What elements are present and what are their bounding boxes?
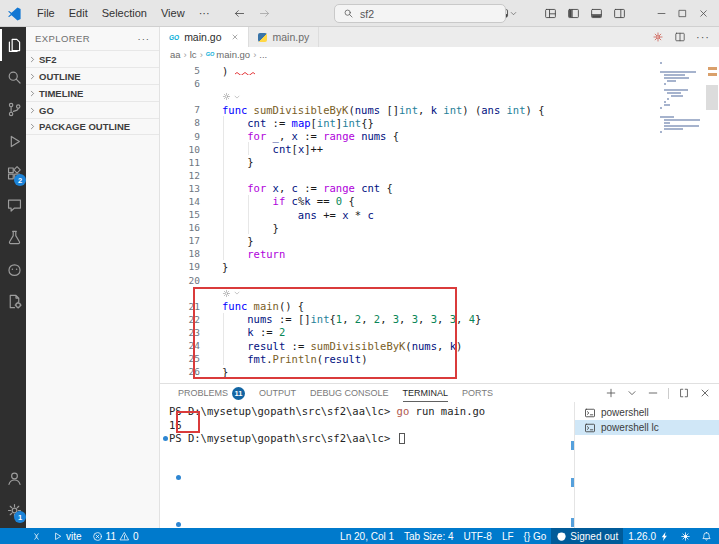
breadcrumb-separator: › [253,49,256,60]
chevron-down-icon [509,9,518,18]
customize-layout-button[interactable] [544,7,557,20]
status-task-vite[interactable]: vite [47,528,87,544]
codelens-row[interactable] [160,287,719,300]
run-code-button[interactable] [652,31,664,43]
scrollbar-thumb[interactable] [706,85,718,110]
terminal-list-item[interactable]: powershell lc [575,420,719,435]
menu-more[interactable]: ··· [192,7,217,19]
panel-tab-output[interactable]: OUTPUT [259,384,296,402]
status-language-mode[interactable]: {} Go [519,528,552,544]
code-line[interactable]: 22 nums := []int{1, 2, 2, 3, 3, 3, 3, 4} [160,313,719,326]
status-code-runner[interactable] [675,528,696,544]
status-eol[interactable]: LF [497,528,519,544]
activity-run-debug[interactable] [0,125,26,157]
menu-file[interactable]: File [30,7,62,19]
minimap[interactable] [660,62,704,134]
menu-selection[interactable]: Selection [95,7,154,19]
toggle-panel-button[interactable] [590,7,603,20]
code-editor[interactable]: 5)67func sumDivisibleByK(nums []int, k i… [160,61,719,383]
maximize-panel-button[interactable] [678,387,690,399]
terminal-list-item[interactable]: powershell [575,405,719,420]
back-button[interactable] [233,7,246,20]
code-line[interactable]: 11 } [160,156,719,169]
code-line[interactable]: 16 } [160,221,719,234]
maximize-button[interactable] [677,8,688,19]
kill-terminal-button[interactable] [647,387,659,399]
sidebar-section-timeline[interactable]: TIMELINE [26,84,159,101]
new-terminal-button[interactable] [605,387,617,399]
toggle-secondary-sidebar-button[interactable] [613,7,626,20]
code-line[interactable]: 19} [160,260,719,273]
code-line[interactable]: 15 ans += x * c [160,208,719,221]
code-line[interactable]: 13 for x, c := range cnt { [160,182,719,195]
tab-main-go[interactable]: GOmain.go [160,27,249,47]
panel-tab-debug-console[interactable]: DEBUG CONSOLE [310,384,389,402]
search-input[interactable]: sf2 [334,4,506,23]
code-line[interactable]: 7func sumDivisibleByK(nums []int, k int)… [160,103,719,116]
tab-main-py[interactable]: main.py [249,27,319,47]
code-line[interactable]: 21func main() { [160,300,719,313]
line-number: 20 [160,275,200,286]
close-button[interactable] [698,8,709,19]
code-line[interactable]: 23 k := 2 [160,326,719,339]
forward-button[interactable] [258,7,271,20]
menu-view[interactable]: View [154,7,192,19]
status-notifications[interactable] [696,528,717,544]
line-number: 7 [160,104,200,115]
code-line[interactable]: 12 [160,169,719,182]
editor-more-button[interactable]: ··· [696,31,710,43]
menu-edit[interactable]: Edit [62,7,95,19]
explorer-more-button[interactable]: ··· [138,33,151,44]
sidebar-section-package-outline[interactable]: PACKAGE OUTLINE [26,118,159,135]
sidebar-section-outline[interactable]: OUTLINE [26,67,159,84]
status-github-signin[interactable]: Signed out [551,528,623,544]
code-line[interactable]: 20 [160,274,719,287]
activity-settings[interactable]: 1 [0,494,26,526]
editor-scrollbar[interactable] [705,61,719,383]
code-line[interactable]: 17 } [160,234,719,247]
activity-explorer[interactable] [0,29,26,61]
toggle-primary-sidebar-button[interactable] [567,7,580,20]
terminal[interactable]: PS D:\mysetup\gopath\src\sf2\aa\lc> go r… [160,402,575,528]
status-problems[interactable]: 110 [87,528,144,544]
activity-extensions[interactable]: 2 [0,157,26,189]
activity-source-control[interactable] [0,93,26,125]
breadcrumb-item[interactable]: GOmain.go [206,49,250,60]
status-encoding[interactable]: UTF-8 [459,528,497,544]
panel-tab-terminal[interactable]: TERMINAL [403,384,449,402]
panel-tab-ports[interactable]: PORTS [462,384,493,402]
code-line[interactable]: 26} [160,365,719,378]
code-line[interactable]: 14 if c%k == 0 { [160,195,719,208]
codelens-row[interactable] [160,90,719,103]
terminal-dropdown-chevron[interactable] [626,387,638,399]
activity-accounts[interactable] [0,462,26,494]
code-line[interactable]: 8 cnt := map[int]int{} [160,116,719,129]
code-line[interactable]: 18 return [160,247,719,260]
breadcrumb-item[interactable]: ... [259,49,267,60]
activity-testing[interactable] [0,221,26,253]
code-line[interactable]: 9 for _, x := range nums { [160,129,719,142]
sidebar-section-sf2[interactable]: SF2 [26,50,159,67]
breadcrumb-item[interactable]: lc [190,49,197,60]
status-go-version[interactable]: 1.26.0 [623,528,675,544]
code-line[interactable]: 24 result := sumDivisibleByK(nums, k) [160,339,719,352]
status-label: {} Go [524,531,547,542]
code-line[interactable]: 25 fmt.Println(result) [160,352,719,365]
split-editor-button[interactable] [674,31,686,43]
close-tab-icon[interactable] [231,33,239,41]
activity-project-settings[interactable] [0,285,26,317]
sidebar-section-go[interactable]: GO [26,101,159,118]
terminal-scroll-mark [571,478,574,487]
status-indentation[interactable]: Tab Size: 4 [399,528,458,544]
breadcrumb-item[interactable]: aa [170,49,181,60]
activity-chat[interactable] [0,189,26,221]
code-line[interactable]: 6 [160,77,719,90]
activity-go[interactable] [0,253,26,285]
status-remote[interactable] [26,528,47,544]
activity-search[interactable] [0,61,26,93]
minimize-button[interactable] [656,8,667,19]
close-panel-button[interactable] [699,387,711,399]
code-line[interactable]: 10 cnt[x]++ [160,143,719,156]
status-cursor-position[interactable]: Ln 20, Col 1 [335,528,399,544]
panel-tab-problems[interactable]: PROBLEMS11 [178,384,245,402]
